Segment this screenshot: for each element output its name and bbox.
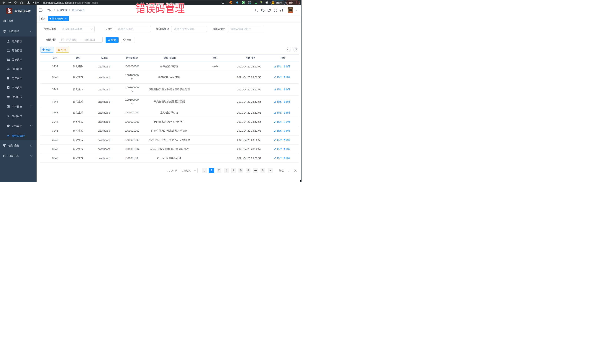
svg-text:on: on — [255, 3, 256, 4]
